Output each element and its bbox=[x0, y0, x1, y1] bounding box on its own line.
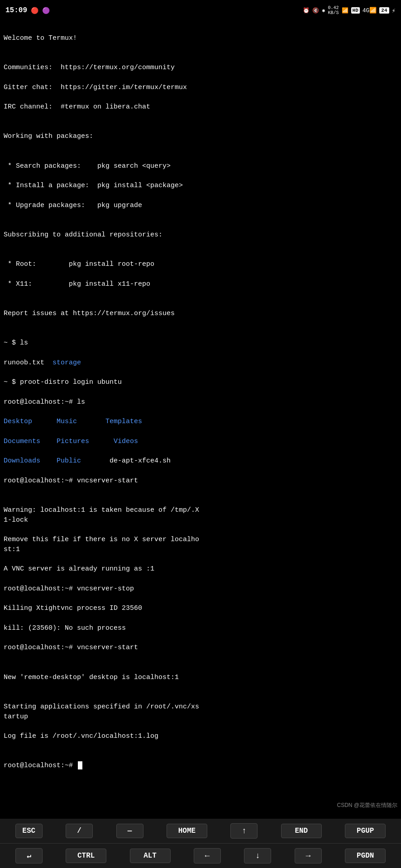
status-right: ⏰ 🔇 ✱ 0.42KB/S 📶 HD 4G📶 24 ⚡ bbox=[303, 5, 396, 15]
public-dir: Public bbox=[57, 457, 81, 465]
welcome-message: Welcome to Termux! bbox=[4, 34, 77, 42]
battery-charging-icon: ⚡ bbox=[392, 7, 396, 14]
irc-line: IRC channel: #termux on libera.chat bbox=[4, 103, 150, 111]
keyboard-row1: ESC / — HOME ↑ END PGUP bbox=[0, 819, 401, 844]
ctrl-key[interactable]: CTRL bbox=[66, 849, 106, 863]
right-arrow-key[interactable]: → bbox=[295, 848, 322, 863]
pictures-dir: Pictures bbox=[57, 438, 89, 445]
templates-dir: Templates bbox=[105, 418, 142, 425]
battery-level: 24 bbox=[379, 7, 389, 14]
pkg-upgrade-line: * Upgrade packages: pkg upgrade bbox=[4, 202, 142, 209]
pgdn-key[interactable]: PGDN bbox=[345, 849, 386, 863]
time: 15:09 bbox=[5, 6, 27, 14]
remove-file-line: Remove this file if there is no X server… bbox=[4, 536, 199, 553]
downloads-dir: Downloads bbox=[4, 457, 40, 465]
root-repo-line: * Root: pkg install root-repo bbox=[4, 260, 154, 268]
warning-line: Warning: localhost:1 is taken because of… bbox=[4, 506, 199, 524]
final-prompt: root@localhost:~# bbox=[4, 762, 82, 769]
terminal-cursor bbox=[78, 761, 82, 769]
desktop-dir: Desktop bbox=[4, 418, 32, 425]
home-key[interactable]: HOME bbox=[167, 824, 207, 838]
ls-row2: Documents Pictures Videos bbox=[4, 438, 138, 445]
gitter-line: Gitter chat: https://gitter.im/termux/te… bbox=[4, 84, 187, 91]
return-key[interactable]: ↵ bbox=[15, 848, 43, 863]
documents-dir: Documents bbox=[4, 438, 40, 445]
log-file-line: Log file is /root/.vnc/localhost:1.log bbox=[4, 732, 158, 740]
ls-output-1: runoob.txt storage bbox=[4, 359, 81, 367]
ls-row1: Desktop Music Templates bbox=[4, 418, 142, 425]
working-packages-header: Working with packages: bbox=[4, 132, 93, 140]
ls-command-1: ~ $ ls bbox=[4, 339, 28, 347]
speed-indicator: 0.42KB/S bbox=[328, 5, 339, 15]
music-dir: Music bbox=[57, 418, 77, 425]
ls-row3: Downloads Public de-apt-xfce4.sh bbox=[4, 457, 171, 465]
alarm-icon: ⏰ bbox=[303, 7, 310, 14]
left-arrow-key[interactable]: ← bbox=[194, 848, 221, 863]
slash-key[interactable]: / bbox=[66, 824, 93, 838]
x11-repo-line: * X11: pkg install x11-repo bbox=[4, 280, 150, 288]
terminal[interactable]: Welcome to Termux! Communities: https://… bbox=[0, 20, 401, 771]
dash-key[interactable]: — bbox=[116, 824, 143, 838]
wifi-icon: 📶 bbox=[342, 7, 348, 14]
bluetooth-icon: ✱ bbox=[322, 7, 325, 14]
mute-icon: 🔇 bbox=[312, 7, 319, 14]
killing-line: Killing Xtightvnc process ID 23560 bbox=[4, 604, 142, 612]
runoob-file: runoob.txt bbox=[4, 359, 53, 367]
csdn-watermark: CSDN @花蕾依在情随尔 bbox=[337, 802, 397, 809]
status-bar: 15:09 🔴 🟣 ⏰ 🔇 ✱ 0.42KB/S 📶 HD 4G📶 24 ⚡ bbox=[0, 0, 401, 20]
report-issues-line: Report issues at https://termux.org/issu… bbox=[4, 310, 175, 317]
new-desktop-line: New 'remote-desktop' desktop is localhos… bbox=[4, 674, 179, 681]
record-icon: 🔴 bbox=[31, 7, 38, 14]
down-arrow-key[interactable]: ↓ bbox=[244, 848, 271, 863]
keyboard-row2: ↵ CTRL ALT ← ↓ → PGDN bbox=[0, 844, 401, 868]
storage-dir: storage bbox=[53, 359, 81, 367]
pgup-key[interactable]: PGUP bbox=[345, 824, 386, 838]
proot-command: ~ $ proot-distro login ubuntu bbox=[4, 378, 122, 386]
pkg-search-line: * Search packages: pkg search <query> bbox=[4, 162, 171, 170]
status-left: 15:09 🔴 🟣 bbox=[5, 6, 50, 14]
end-key[interactable]: END bbox=[281, 824, 322, 838]
alt-key[interactable]: ALT bbox=[130, 849, 171, 863]
kill-no-line: kill: (23560): No such process bbox=[4, 624, 126, 632]
esc-key[interactable]: ESC bbox=[15, 824, 43, 838]
script-file: de-apt-xfce4.sh bbox=[110, 457, 171, 465]
videos-dir: Videos bbox=[114, 438, 138, 445]
already-running-line: A VNC server is already running as :1 bbox=[4, 565, 154, 573]
starting-apps-line: Starting applications specified in /root… bbox=[4, 703, 199, 721]
keyboard-bar: ESC / — HOME ↑ END PGUP ↵ CTRL ALT ← ↓ →… bbox=[0, 819, 401, 868]
vncserver-start-cmd: root@localhost:~# vncserver-start bbox=[4, 477, 138, 485]
pkg-install-line: * Install a package: pkg install <packag… bbox=[4, 182, 183, 189]
up-arrow-key[interactable]: ↑ bbox=[230, 823, 258, 839]
hd-badge: HD bbox=[351, 7, 360, 14]
communities-line: Communities: https://termux.org/communit… bbox=[4, 64, 175, 71]
vncserver-stop-cmd: root@localhost:~# vncserver-stop bbox=[4, 585, 134, 593]
ls-command-2: root@localhost:~# ls bbox=[4, 398, 85, 406]
signal-icon: 4G📶 bbox=[363, 7, 377, 14]
subscribing-line: Subscribing to additional repositories: bbox=[4, 231, 162, 239]
app-icon: 🟣 bbox=[42, 7, 50, 14]
vncserver-start-cmd2: root@localhost:~# vncserver-start bbox=[4, 644, 138, 651]
